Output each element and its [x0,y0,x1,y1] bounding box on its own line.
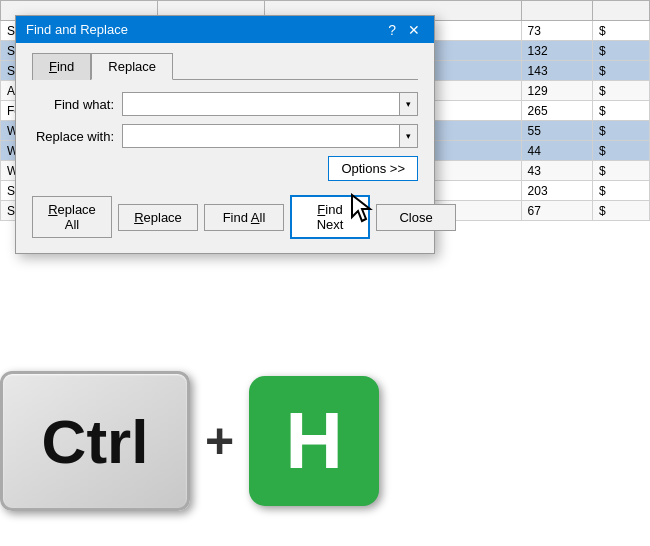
tab-find[interactable]: Find [32,53,91,80]
table-cell: $ [592,61,649,81]
find-replace-dialog: Find and Replace ? ✕ Find Replace Find w… [15,15,435,254]
table-cell: $ [592,181,649,201]
table-cell: $ [592,141,649,161]
table-cell: 67 [521,201,592,221]
find-all-button[interactable]: Find All [204,204,284,231]
replace-with-dropdown[interactable]: ▾ [399,125,417,147]
close-action-button[interactable]: Close [376,204,456,231]
table-cell: $ [592,41,649,61]
dialog-close-button[interactable]: ✕ [404,23,424,37]
table-cell: 43 [521,161,592,181]
col-header-qty [521,1,592,21]
table-cell: 143 [521,61,592,81]
action-buttons-row: Replace All Replace Find All Find Next C… [32,195,418,239]
tab-replace[interactable]: Replace [91,53,173,80]
find-what-row: Find what: ▾ [32,92,418,116]
replace-all-button[interactable]: Replace All [32,196,112,238]
titlebar-controls: ? ✕ [384,23,424,37]
find-what-input[interactable] [123,93,399,115]
table-cell: $ [592,101,649,121]
options-button[interactable]: Options >> [328,156,418,181]
find-what-dropdown[interactable]: ▾ [399,93,417,115]
table-cell: $ [592,161,649,181]
replace-with-input[interactable] [123,125,399,147]
table-cell: $ [592,201,649,221]
help-button[interactable]: ? [384,23,400,37]
tab-replace-label: Replace [108,59,156,74]
table-cell: 44 [521,141,592,161]
options-row: Options >> [32,156,418,181]
table-cell: $ [592,81,649,101]
dialog-tabs: Find Replace [32,53,418,80]
col-header-price [592,1,649,21]
dialog-title: Find and Replace [26,22,128,37]
replace-with-input-wrap: ▾ [122,124,418,148]
table-cell: 265 [521,101,592,121]
replace-with-row: Replace with: ▾ [32,124,418,148]
dialog-body: Find Replace Find what: ▾ Replace with: … [16,43,434,253]
dialog-titlebar: Find and Replace ? ✕ [16,16,434,43]
replace-button[interactable]: Replace [118,204,198,231]
table-cell: 55 [521,121,592,141]
find-what-input-wrap: ▾ [122,92,418,116]
table-cell: 73 [521,21,592,41]
find-next-button[interactable]: Find Next [290,195,370,239]
table-cell: 203 [521,181,592,201]
tab-find-label: Find [49,59,74,74]
table-cell: 129 [521,81,592,101]
replace-with-label: Replace with: [32,129,122,144]
find-what-label: Find what: [32,97,122,112]
table-cell: $ [592,21,649,41]
table-cell: 132 [521,41,592,61]
table-cell: $ [592,121,649,141]
